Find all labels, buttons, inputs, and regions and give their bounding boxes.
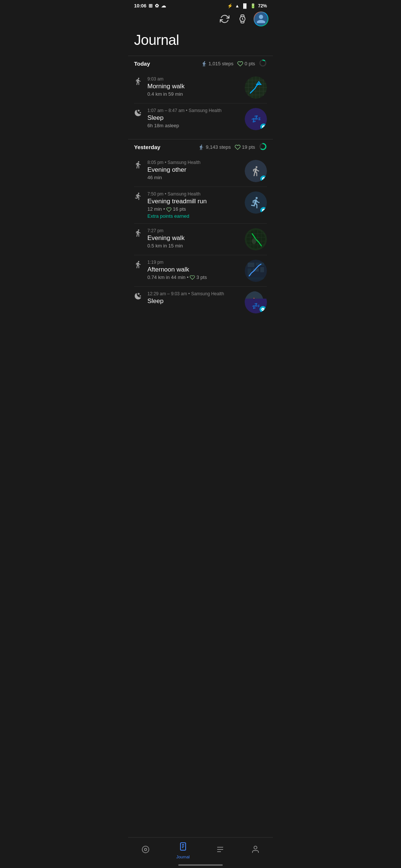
sleep-today-thumb: 💤 <box>245 108 267 130</box>
evening-treadmill-left: 7:50 pm • Samsung Health Evening treadmi… <box>134 191 245 219</box>
evening-other-item[interactable]: 8:05 pm • Samsung Health Evening other 4… <box>128 155 273 187</box>
svg-point-28 <box>252 238 256 244</box>
afternoon-walk-content: 1:19 pm Afternoon walk 0.74 km in 44 min… <box>147 260 245 280</box>
sleep-today-name: Sleep <box>147 114 245 122</box>
bluetooth-icon: ⚡ <box>227 3 233 9</box>
today-pts: 0 pts <box>237 61 255 67</box>
evening-walk-time: 7:27 pm <box>147 228 245 233</box>
sleep-yesterday-thumb: 💤 <box>245 291 267 313</box>
walk-icon-2 <box>134 229 143 239</box>
sleep-yesterday-left: 12:29 am – 9:03 am • Samsung Health Slee… <box>134 291 245 306</box>
evening-treadmill-item[interactable]: 7:50 pm • Samsung Health Evening treadmi… <box>128 187 273 223</box>
sleep-today-item[interactable]: 1:07 am – 8:47 am • Samsung Health Sleep… <box>128 103 273 135</box>
sleep-yesterday-source: Samsung Health <box>191 291 224 296</box>
sleep-yesterday-name: Sleep <box>147 297 245 305</box>
other-icon <box>134 161 143 171</box>
samsung-badge-other <box>260 175 267 182</box>
evening-walk-name: Evening walk <box>147 234 245 242</box>
afternoon-walk-name: Afternoon walk <box>147 266 245 273</box>
yesterday-label: Yesterday <box>134 144 160 150</box>
evening-treadmill-time: 7:50 pm <box>147 191 163 197</box>
sleep-today-content: 1:07 am – 8:47 am • Samsung Health Sleep… <box>147 108 245 128</box>
sleep-yesterday-item[interactable]: 12:29 am – 9:03 am • Samsung Health Slee… <box>128 287 273 318</box>
afternoon-walk-time: 1:19 pm <box>147 260 245 265</box>
morning-walk-detail: 0.4 km in 59 min <box>147 91 245 97</box>
section-today: Today 1,015 steps 0 pts <box>128 56 273 72</box>
evening-other-time: 8:05 pm <box>147 160 163 165</box>
sync-button[interactable] <box>218 12 231 26</box>
svg-rect-30 <box>248 263 254 267</box>
sleep-today-detail: 6h 18m asleep <box>147 123 245 128</box>
flower-icon: ✿ <box>155 3 159 9</box>
evening-other-source: Samsung Health <box>167 160 200 165</box>
morning-walk-time: 9:03 am <box>147 76 245 82</box>
today-ring <box>259 59 267 68</box>
sleep-today-source-name: Samsung Health <box>189 108 222 113</box>
sleep-today-time: 1:07 am – 8:47 am <box>147 108 185 113</box>
battery-level: 72% <box>258 3 267 9</box>
morning-walk-left: 9:03 am Morning walk 0.4 km in 59 min <box>134 76 245 97</box>
morning-walk-name: Morning walk <box>147 83 245 90</box>
avatar[interactable] <box>254 11 268 26</box>
today-steps: 1,015 steps <box>201 61 234 67</box>
status-bar: 10:06 ⊞ ✿ ☁ ⚡ ▲ ▐▌ 🔋 72% <box>128 0 273 10</box>
wifi-icon: ▲ <box>235 3 239 9</box>
sleep-today-meta: 1:07 am – 8:47 am • Samsung Health <box>147 108 245 113</box>
battery-icon: 🔋 <box>250 3 256 9</box>
morning-walk-item[interactable]: 9:03 am Morning walk 0.4 km in 59 min <box>128 72 273 103</box>
sleep-yesterday-time: 12:29 am – 9:03 am <box>147 291 187 296</box>
evening-treadmill-thumb <box>245 191 267 214</box>
yesterday-pts: 19 pts <box>235 144 255 150</box>
evening-walk-thumb <box>245 228 267 250</box>
samsung-badge-treadmill <box>260 207 267 214</box>
today-stats: 1,015 steps 0 pts <box>201 59 267 68</box>
morning-walk-thumb <box>245 76 267 99</box>
samsung-badge-sleep <box>260 124 267 130</box>
yesterday-steps: 9,143 steps <box>198 144 231 150</box>
evening-other-name: Evening other <box>147 166 245 174</box>
evening-other-thumb <box>245 160 267 182</box>
sleep-icon <box>134 109 143 119</box>
evening-walk-detail: 0.5 km in 15 min <box>147 243 245 249</box>
today-pts-value: 0 pts <box>245 61 255 66</box>
cloud-icon: ☁ <box>161 3 166 9</box>
evening-treadmill-detail: 12 min • 16 pts <box>147 206 245 212</box>
afternoon-walk-thumb <box>245 260 267 282</box>
sleep-icon-2 <box>134 292 143 302</box>
extra-points-label: Extra points earned <box>147 213 245 219</box>
watch-button[interactable] <box>236 12 249 26</box>
time: 10:06 <box>134 3 146 9</box>
morning-walk-content: 9:03 am Morning walk 0.4 km in 59 min <box>147 76 245 97</box>
yesterday-steps-value: 9,143 steps <box>206 144 231 150</box>
signal-icon: ▐▌ <box>242 3 248 9</box>
evening-other-content: 8:05 pm • Samsung Health Evening other 4… <box>147 160 245 180</box>
evening-other-detail: 46 min <box>147 175 245 180</box>
header-icons <box>128 10 273 29</box>
section-yesterday: Yesterday 9,143 steps 19 pts <box>128 139 273 155</box>
scroll-content: Today 1,015 steps 0 pts <box>128 56 273 348</box>
evening-walk-left: 7:27 pm Evening walk 0.5 km in 15 min <box>134 228 245 249</box>
yesterday-pts-value: 19 pts <box>242 144 255 150</box>
evening-treadmill-meta: 7:50 pm • Samsung Health <box>147 191 245 197</box>
sleep-yesterday-content: 12:29 am – 9:03 am • Samsung Health Slee… <box>147 291 245 306</box>
evening-walk-content: 7:27 pm Evening walk 0.5 km in 15 min <box>147 228 245 249</box>
today-label: Today <box>134 60 150 67</box>
afternoon-walk-left: 1:19 pm Afternoon walk 0.74 km in 44 min… <box>134 260 245 280</box>
evening-treadmill-name: Evening treadmill run <box>147 198 245 205</box>
evening-treadmill-content: 7:50 pm • Samsung Health Evening treadmi… <box>147 191 245 219</box>
evening-treadmill-source: Samsung Health <box>167 191 200 197</box>
afternoon-walk-item[interactable]: 1:19 pm Afternoon walk 0.74 km in 44 min… <box>128 255 273 286</box>
avatar-inner <box>254 12 268 26</box>
page-title: Journal <box>128 29 273 56</box>
afternoon-walk-detail: 0.74 km in 44 min • 3 pts <box>147 274 245 280</box>
status-right: ⚡ ▲ ▐▌ 🔋 72% <box>227 3 267 9</box>
sleep-today-left: 1:07 am – 8:47 am • Samsung Health Sleep… <box>134 108 245 128</box>
svg-rect-35 <box>248 277 264 280</box>
svg-rect-34 <box>260 267 264 272</box>
evening-walk-item[interactable]: 7:27 pm Evening walk 0.5 km in 15 min <box>128 224 273 255</box>
sleep-today-source: • <box>186 108 189 113</box>
yesterday-stats: 9,143 steps 19 pts <box>198 142 267 152</box>
evening-other-left: 8:05 pm • Samsung Health Evening other 4… <box>134 160 245 180</box>
walk-icon <box>134 77 143 87</box>
yesterday-ring <box>259 142 267 152</box>
